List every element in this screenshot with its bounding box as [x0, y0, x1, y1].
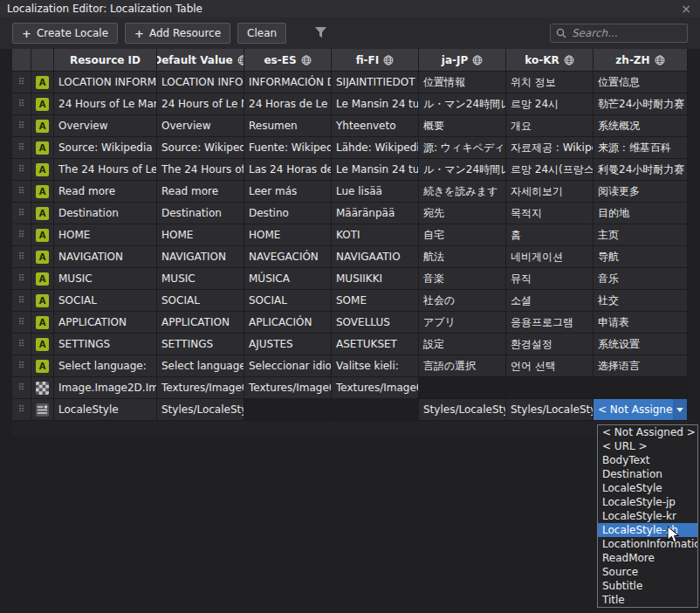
cell-es-es[interactable]: Las 24 Horas de L [244, 159, 332, 181]
cell-default-value[interactable]: Read more [157, 181, 244, 203]
cell-es-es[interactable] [244, 399, 332, 421]
cell-resource-id[interactable]: Image.Image2D.Imag [54, 377, 157, 399]
cell-default-value[interactable]: Textures/Image01 [157, 377, 244, 399]
cell-ko-kr[interactable]: 언어 선택 [506, 355, 594, 377]
cell-es-es[interactable]: MÚSICA [244, 268, 332, 290]
cell-ja-jp[interactable]: アプリ [419, 312, 506, 334]
cell-ja-jp[interactable]: 航法 [419, 246, 506, 268]
column-header-fi-fi[interactable]: fi-FI [332, 49, 419, 72]
cell-zh-zh[interactable]: 选择语言 [594, 355, 688, 377]
filter-button[interactable] [305, 23, 336, 44]
cell-ja-jp[interactable]: 自宅 [419, 224, 506, 246]
dropdown-item[interactable]: Subtitle [598, 579, 697, 593]
cell-default-value[interactable]: Destination [157, 203, 244, 224]
search-box[interactable] [550, 24, 688, 43]
cell-es-es[interactable]: SOCIAL [244, 290, 332, 312]
cell-fi-fi[interactable]: SOVELLUS [332, 312, 419, 334]
cell-es-es[interactable]: Destino [244, 203, 332, 224]
dropdown-item[interactable]: LocaleStyle-zh [598, 523, 697, 537]
cell-fi-fi[interactable] [332, 399, 419, 421]
row-drag-handle[interactable]: ⠿ [12, 399, 31, 421]
row-drag-handle[interactable]: ⠿ [12, 72, 31, 93]
cell-es-es[interactable]: APLICACIÓN [244, 312, 332, 334]
cell-ko-kr[interactable]: Styles/LocaleStyle [506, 399, 594, 421]
dropdown-item[interactable]: LocaleStyle-kr [598, 509, 697, 523]
column-header-ko-kr[interactable]: ko-KR [506, 49, 594, 72]
cell-zh-zh[interactable]: 阅读更多 [594, 181, 688, 203]
cell-ja-jp[interactable]: 位置情報 [419, 72, 506, 93]
cell-ja-jp[interactable]: ル・マン24時間レース [419, 159, 506, 181]
row-drag-handle[interactable]: ⠿ [12, 93, 31, 115]
cell-default-value[interactable]: HOME [157, 224, 244, 246]
cell-zh-zh[interactable] [594, 377, 688, 399]
search-input[interactable] [572, 27, 682, 39]
cell-ko-kr[interactable]: 네비게이션 [506, 246, 594, 268]
cell-fi-fi[interactable]: ASETUKSET [332, 334, 419, 355]
column-header-zh-zh[interactable]: zh-ZH [594, 49, 688, 72]
cell-fi-fi[interactable]: Lähde: Wikipedia [332, 137, 419, 159]
style-combo-cell[interactable]: < Not Assigned > [594, 399, 688, 421]
cell-fi-fi[interactable]: Yhteenveto [332, 115, 419, 137]
cell-resource-id[interactable]: Read more [54, 181, 157, 203]
dropdown-item[interactable]: < URL > [598, 439, 697, 453]
column-header-ja-jp[interactable]: ja-JP [419, 49, 506, 72]
cell-zh-zh[interactable]: 来源：维基百科 [594, 137, 688, 159]
add-resource-button[interactable]: + Add Resource [125, 23, 230, 44]
cell-ko-kr[interactable]: 위치 정보 [506, 72, 594, 93]
cell-resource-id[interactable]: MUSIC [54, 268, 157, 290]
cell-ko-kr[interactable]: 뮤직 [506, 268, 594, 290]
cell-resource-id[interactable]: Source: Wikipedia [54, 137, 157, 159]
row-drag-handle[interactable]: ⠿ [12, 290, 31, 312]
dropdown-item[interactable]: LocaleStyle-jp [598, 495, 697, 509]
cell-ja-jp[interactable]: 源: ウィキペディア [419, 137, 506, 159]
cell-zh-zh[interactable]: 利曼24小时耐力赛 [594, 159, 688, 181]
row-drag-handle[interactable]: ⠿ [12, 377, 31, 399]
cell-ja-jp[interactable]: Styles/LocaleStyle [419, 399, 506, 421]
row-drag-handle[interactable]: ⠿ [12, 355, 31, 377]
cell-resource-id[interactable]: Destination [54, 203, 157, 224]
dropdown-item[interactable]: Source [598, 565, 697, 579]
dropdown-item[interactable]: LocationInformation [598, 537, 697, 551]
cell-es-es[interactable]: NAVEGACIÓN [244, 246, 332, 268]
cell-fi-fi[interactable]: Le Mansin 24 tunr [332, 93, 419, 115]
cell-es-es[interactable]: 24 Horas de Le M [244, 93, 332, 115]
cell-ko-kr[interactable]: 르망 24시(프랑스 [506, 159, 594, 181]
cell-resource-id[interactable]: Select language: [54, 355, 157, 377]
row-drag-handle[interactable]: ⠿ [12, 115, 31, 137]
cell-default-value[interactable]: Source: Wikipedia [157, 137, 244, 159]
cell-default-value[interactable]: LOCATION INFOR [157, 72, 244, 93]
cell-fi-fi[interactable]: MUSIIKKI [332, 268, 419, 290]
cell-zh-zh[interactable]: 目的地 [594, 203, 688, 224]
cell-zh-zh[interactable]: 主页 [594, 224, 688, 246]
cell-resource-id[interactable]: APPLICATION [54, 312, 157, 334]
cell-es-es[interactable]: HOME [244, 224, 332, 246]
cell-fi-fi[interactable]: Valitse kieli: [332, 355, 419, 377]
close-icon[interactable]: × [679, 3, 693, 15]
cell-default-value[interactable]: 24 Hours of Le M [157, 93, 244, 115]
cell-default-value[interactable]: APPLICATION [157, 312, 244, 334]
cell-default-value[interactable]: The 24 Hours of L [157, 159, 244, 181]
cell-default-value[interactable]: Styles/LocaleStyle [157, 399, 244, 421]
cell-default-value[interactable]: NAVIGATION [157, 246, 244, 268]
cell-resource-id[interactable]: The 24 Hours of Le M [54, 159, 157, 181]
row-drag-handle[interactable]: ⠿ [12, 137, 31, 159]
cell-es-es[interactable]: Leer más [244, 181, 332, 203]
column-header-default-value[interactable]: Default Value [157, 49, 244, 72]
row-drag-handle[interactable]: ⠿ [12, 203, 31, 224]
dropdown-item[interactable]: ReadMore [598, 551, 697, 565]
cell-resource-id[interactable]: Overview [54, 115, 157, 137]
cell-fi-fi[interactable]: SOME [332, 290, 419, 312]
cell-es-es[interactable]: AJUSTES [244, 334, 332, 355]
cell-ja-jp[interactable]: 宛先 [419, 203, 506, 224]
create-locale-button[interactable]: + Create Locale [12, 23, 118, 44]
cell-fi-fi[interactable]: Määränpää [332, 203, 419, 224]
cell-ja-jp[interactable]: 言語の選択 [419, 355, 506, 377]
cell-default-value[interactable]: MUSIC [157, 268, 244, 290]
cell-resource-id[interactable]: HOME [54, 224, 157, 246]
cell-resource-id[interactable]: SOCIAL [54, 290, 157, 312]
cell-resource-id[interactable]: LOCATION INFORMAT [54, 72, 157, 93]
row-drag-handle[interactable]: ⠿ [12, 181, 31, 203]
cell-resource-id[interactable]: 24 Hours of Le Mans [54, 93, 157, 115]
cell-ko-kr[interactable]: 르망 24시 [506, 93, 594, 115]
cell-default-value[interactable]: SOCIAL [157, 290, 244, 312]
